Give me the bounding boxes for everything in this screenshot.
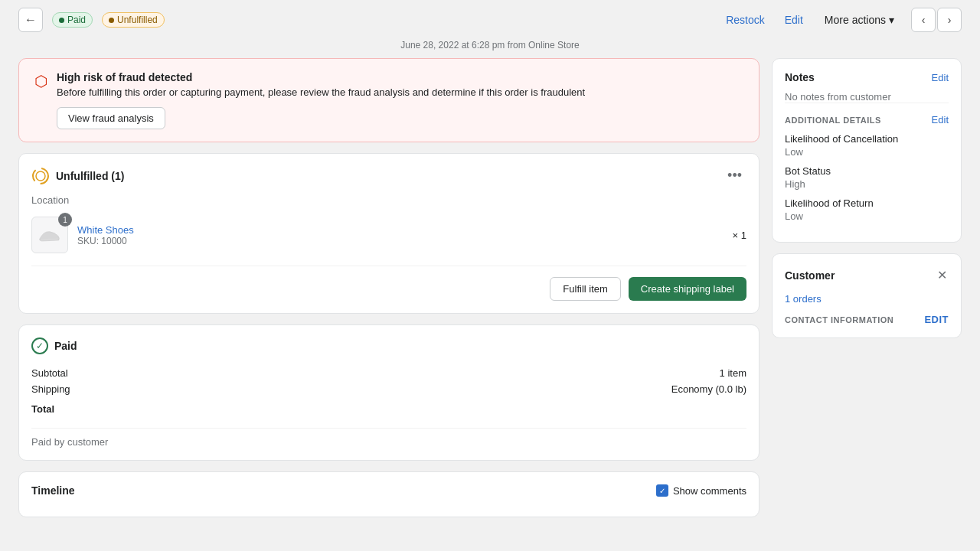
subtotal-label: Subtotal <box>31 365 275 381</box>
fraud-warning-icon: ⬡ <box>34 72 47 129</box>
more-actions-label: More actions <box>825 14 886 26</box>
item-info: White Shoes SKU: 10000 <box>77 224 724 246</box>
cancellation-value: Low <box>785 146 949 158</box>
unfulfilled-title: Unfulfilled (1) <box>56 170 124 182</box>
shipping-row: Shipping Economy (0.0 lb) <box>31 381 746 397</box>
item-quantity: × 1 <box>733 230 746 241</box>
bot-status-detail: Bot Status High <box>785 165 949 190</box>
total-label: Total <box>31 397 275 417</box>
paid-title: Paid <box>54 340 77 352</box>
restock-button[interactable]: Restock <box>721 11 769 29</box>
customer-close-button[interactable]: ✕ <box>936 266 949 284</box>
paid-by-label: Paid by customer <box>31 428 746 448</box>
cancellation-detail: Likelihood of Cancellation Low <box>785 133 949 158</box>
paid-header: ✓ Paid <box>31 337 746 354</box>
unfulfilled-badge: Unfulfilled <box>102 12 165 28</box>
svg-point-0 <box>33 168 48 184</box>
top-bar-left: ← Paid Unfulfilled <box>18 8 165 32</box>
contact-information-header: CONTACT INFORMATION Edit <box>785 314 949 325</box>
customer-title: Customer <box>785 269 835 282</box>
customer-card: Customer ✕ 1 orders CONTACT INFORMATION … <box>772 253 962 338</box>
fraud-alert-description: Before fulfilling this order or capturin… <box>57 86 585 98</box>
notes-edit-link[interactable]: Edit <box>932 72 949 83</box>
paid-badge: Paid <box>52 12 93 28</box>
return-value: Low <box>785 210 949 222</box>
item-name-link[interactable]: White Shoes <box>77 224 724 236</box>
item-thumbnail: 1 <box>31 217 68 253</box>
total-row: Total <box>31 397 746 417</box>
timeline-header: Timeline ✓ Show comments <box>31 484 746 497</box>
unfulfilled-title-row: Unfulfilled (1) <box>31 167 124 185</box>
no-notes-text: No notes from customer <box>785 91 949 103</box>
create-shipping-label-button[interactable]: Create shipping label <box>629 277 746 301</box>
paid-check-icon: ✓ <box>31 337 48 354</box>
unfulfilled-card: Unfulfilled (1) ••• Location 1 White Sho… <box>18 153 760 314</box>
order-subtitle: June 28, 2022 at 6:28 pm from Online Sto… <box>0 40 980 58</box>
next-button[interactable]: › <box>937 8 962 32</box>
subtotal-row: Subtotal 1 item <box>31 365 746 381</box>
edit-button[interactable]: Edit <box>780 11 808 29</box>
timeline-card: Timeline ✓ Show comments <box>18 471 760 517</box>
total-value <box>275 397 747 417</box>
paid-badge-label: Paid <box>67 15 86 25</box>
fraud-alert-content: High risk of fraud detected Before fulfi… <box>57 71 585 129</box>
left-column: ⬡ High risk of fraud detected Before ful… <box>18 58 760 517</box>
shipping-label: Shipping <box>31 381 275 397</box>
item-quantity-badge: 1 <box>58 213 72 227</box>
back-button[interactable]: ← <box>18 8 43 32</box>
prev-button[interactable]: ‹ <box>911 8 936 32</box>
view-fraud-button[interactable]: View fraud analysis <box>57 107 165 129</box>
show-comments-toggle[interactable]: ✓ Show comments <box>656 484 746 497</box>
subtotal-value: 1 item <box>275 365 747 381</box>
right-column: Notes Edit No notes from customer ADDITI… <box>772 58 962 517</box>
item-row: 1 White Shoes SKU: 10000 × 1 <box>31 217 746 253</box>
fraud-alert-card: ⬡ High risk of fraud detected Before ful… <box>18 58 760 142</box>
fraud-alert-title: High risk of fraud detected <box>57 71 585 83</box>
fulfill-item-button[interactable]: Fulfill item <box>550 277 621 301</box>
nav-arrows: ‹ › <box>911 8 962 32</box>
contact-label: CONTACT INFORMATION <box>785 315 893 324</box>
additional-details-title: ADDITIONAL DETAILS <box>785 116 881 125</box>
unfulfilled-badge-label: Unfulfilled <box>117 15 158 25</box>
svg-point-1 <box>36 171 45 181</box>
item-image <box>38 227 62 243</box>
notes-title: Notes <box>785 71 815 83</box>
customer-header: Customer ✕ <box>785 266 949 284</box>
paid-dot <box>59 18 64 23</box>
item-actions: Fulfill item Create shipping label <box>31 266 746 301</box>
unfulfilled-header: Unfulfilled (1) ••• <box>31 166 746 185</box>
location-label: Location <box>31 194 746 206</box>
top-bar: ← Paid Unfulfilled Restock Edit More act… <box>0 0 980 40</box>
paid-card: ✓ Paid Subtotal 1 item Shipping Economy … <box>18 324 760 461</box>
unfulfilled-dot <box>109 18 114 23</box>
main-content: ⬡ High risk of fraud detected Before ful… <box>0 58 980 536</box>
notes-header: Notes Edit <box>785 71 949 83</box>
unfulfilled-more-icon[interactable]: ••• <box>723 166 746 185</box>
bot-status-value: High <box>785 178 949 190</box>
bot-status-label: Bot Status <box>785 165 949 177</box>
customer-orders-count[interactable]: 1 orders <box>785 293 949 305</box>
return-label: Likelihood of Return <box>785 197 949 209</box>
shipping-value: Economy (0.0 lb) <box>275 381 747 397</box>
additional-details-header: ADDITIONAL DETAILS Edit <box>785 103 949 126</box>
show-comments-label: Show comments <box>673 485 746 497</box>
cancellation-label: Likelihood of Cancellation <box>785 133 949 145</box>
order-summary-table: Subtotal 1 item Shipping Economy (0.0 lb… <box>31 365 746 417</box>
more-actions-button[interactable]: More actions ▾ <box>818 11 900 29</box>
additional-details-edit-link[interactable]: Edit <box>932 114 949 126</box>
timeline-title: Timeline <box>31 484 75 497</box>
notes-card: Notes Edit No notes from customer ADDITI… <box>772 58 962 243</box>
return-detail: Likelihood of Return Low <box>785 197 949 222</box>
show-comments-checkbox[interactable]: ✓ <box>656 484 668 497</box>
item-sku: SKU: 10000 <box>77 236 724 246</box>
top-bar-right: Restock Edit More actions ▾ ‹ › <box>721 8 962 32</box>
contact-edit-link[interactable]: Edit <box>924 314 949 325</box>
chevron-down-icon: ▾ <box>889 14 894 26</box>
unfulfilled-status-icon <box>31 167 50 185</box>
